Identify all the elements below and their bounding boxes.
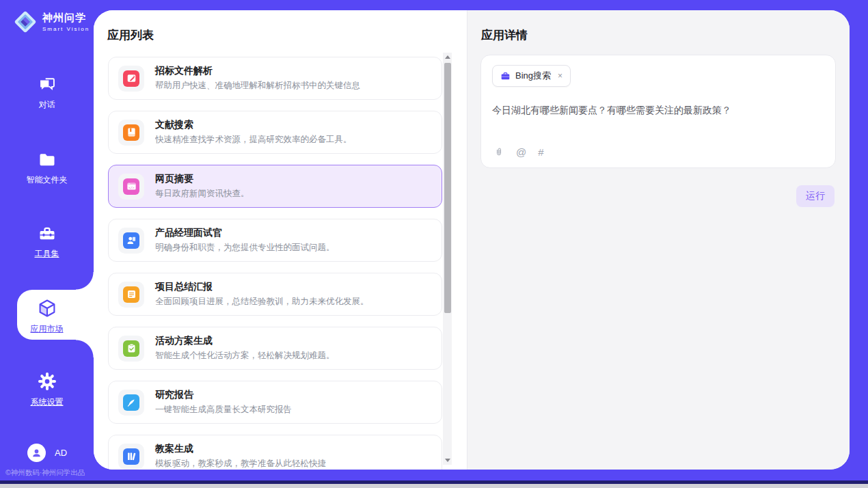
prompt-input-card[interactable]: Bing搜索 × 今日湖北有哪些新闻要点？有哪些需要关注的最新政策？ @ #: [480, 55, 836, 168]
copyright-footer: ©神州数码·神州问学出品: [5, 468, 99, 478]
paperclip-icon[interactable]: [493, 146, 504, 158]
app-card-desc: 智能生成个性化活动方案，轻松解决规划难题。: [155, 350, 335, 362]
scrollbar[interactable]: [443, 53, 452, 465]
sidebar: 神州问学 Smart Vision 对话 智能文件夹: [0, 0, 94, 480]
list-item-lesson-plan[interactable]: 教案生成 模板驱动，教案秒成，教学准备从此轻松快捷: [108, 435, 442, 470]
app-card-title: 教案生成: [155, 443, 326, 455]
toolbox-icon: [37, 224, 57, 243]
app-window: 神州问学 Smart Vision 对话 智能文件夹: [0, 0, 868, 480]
app-list-panel: 应用列表 招标文件解析 帮助用户快速、准确地理解和解析招标书中的关键信息: [94, 10, 467, 470]
tool-chip-label: Bing搜索: [515, 70, 551, 82]
app-card-title: 产品经理面试官: [155, 227, 335, 239]
app-card-title: 研究报告: [155, 389, 292, 401]
sidebar-item-settings[interactable]: 系统设置: [0, 371, 94, 408]
main-content: 应用列表 招标文件解析 帮助用户快速、准确地理解和解析招标书中的关键信息: [94, 10, 850, 470]
books-icon: [126, 450, 137, 462]
app-card-title: 项目总结汇报: [155, 281, 369, 293]
list-item-web-summary[interactable]: </> 网页摘要 每日政府新闻资讯快查。: [108, 165, 442, 208]
clipboard-check-icon: [126, 342, 137, 354]
app-detail-title: 应用详情: [481, 27, 528, 43]
sidebar-item-chat[interactable]: 对话: [0, 75, 94, 111]
attachment-toolbar: @ #: [493, 146, 544, 158]
app-card-title: 文献搜索: [155, 119, 352, 131]
scroll-up-arrow-icon[interactable]: [443, 53, 452, 62]
research-quill-icon: [126, 396, 137, 408]
summary-note-icon: [126, 288, 137, 300]
sidebar-item-label: 智能文件夹: [27, 174, 68, 186]
cube-icon: [37, 298, 57, 318]
app-card-desc: 明确身份和职责，为您提供专业性的面试问题。: [155, 242, 335, 254]
run-button[interactable]: 运行: [796, 185, 835, 207]
avatar: [27, 444, 46, 462]
close-icon[interactable]: ×: [558, 71, 562, 81]
list-item-event-plan[interactable]: 活动方案生成 智能生成个性化活动方案，轻松解决规划难题。: [108, 327, 442, 370]
document-edit-icon: [126, 72, 137, 84]
svg-text:</>: </>: [128, 186, 135, 189]
list-item-pm-interviewer[interactable]: 产品经理面试官 明确身份和职责，为您提供专业性的面试问题。: [108, 219, 442, 262]
list-item-project-summary[interactable]: 项目总结汇报 全面回顾项目进展，总结经验教训，助力未来优化发展。: [108, 273, 442, 316]
briefcase-icon: [500, 71, 511, 81]
book-icon: [126, 126, 137, 138]
app-list-title: 应用列表: [107, 27, 154, 43]
brand-logo: 神州问学 Smart Vision: [12, 9, 90, 35]
sidebar-item-app-market[interactable]: 应用市场: [0, 298, 94, 335]
list-item-research-report[interactable]: 研究报告 一键智能生成高质量长文本研究报告: [108, 381, 442, 424]
list-item-bid-parse[interactable]: 招标文件解析 帮助用户快速、准确地理解和解析招标书中的关键信息: [108, 57, 442, 100]
app-detail-panel: 应用详情 Bing搜索 × 今日湖北有哪些新闻要点？有哪些需要关注的最新政策？: [467, 10, 850, 470]
sidebar-item-label: 工具集: [35, 248, 59, 260]
app-card-title: 网页摘要: [155, 173, 249, 185]
scroll-down-arrow-icon[interactable]: [443, 456, 452, 465]
sidebar-item-toolset[interactable]: 工具集: [0, 224, 94, 260]
gear-icon: [37, 371, 57, 392]
app-card-desc: 每日政府新闻资讯快查。: [155, 188, 249, 200]
webpage-code-icon: </>: [126, 180, 137, 192]
brand-diamond-icon: [12, 9, 38, 35]
app-card-desc: 全面回顾项目进展，总结经验教训，助力未来优化发展。: [155, 296, 369, 308]
tool-chip-bing-search[interactable]: Bing搜索 ×: [492, 65, 571, 87]
app-card-desc: 模板驱动，教案秒成，教学准备从此轻松快捷: [155, 458, 326, 470]
folder-icon: [37, 150, 57, 170]
user-icon: [31, 447, 42, 459]
topic-tag-icon[interactable]: #: [538, 146, 543, 158]
sidebar-item-label: 对话: [39, 99, 55, 111]
sidebar-item-label: 系统设置: [31, 396, 64, 408]
prompt-text[interactable]: 今日湖北有哪些新闻要点？有哪些需要关注的最新政策？: [492, 105, 824, 117]
sidebar-item-smart-folder[interactable]: 智能文件夹: [0, 150, 94, 186]
chat-icon: [38, 75, 57, 94]
app-card-list: 招标文件解析 帮助用户快速、准确地理解和解析招标书中的关键信息 文献搜索 快速精…: [108, 57, 442, 470]
scrollbar-thumb[interactable]: [444, 63, 451, 313]
app-card-title: 招标文件解析: [155, 65, 360, 77]
brand-name: 神州问学: [42, 12, 90, 25]
brand-tagline: Smart Vision: [42, 26, 90, 32]
window-bottom-edge: [0, 480, 868, 484]
user-account[interactable]: AD: [27, 444, 67, 462]
at-mention-icon[interactable]: @: [516, 146, 526, 158]
app-card-desc: 快速精准查找学术资源，提高研究效率的必备工具。: [155, 134, 352, 146]
list-item-literature-search[interactable]: 文献搜索 快速精准查找学术资源，提高研究效率的必备工具。: [108, 111, 442, 154]
app-card-desc: 帮助用户快速、准确地理解和解析招标书中的关键信息: [155, 80, 360, 92]
interviewer-icon: [126, 234, 137, 246]
user-initials: AD: [55, 448, 67, 458]
app-card-title: 活动方案生成: [155, 335, 335, 347]
app-card-desc: 一键智能生成高质量长文本研究报告: [155, 404, 292, 416]
sidebar-item-label: 应用市场: [31, 323, 64, 335]
